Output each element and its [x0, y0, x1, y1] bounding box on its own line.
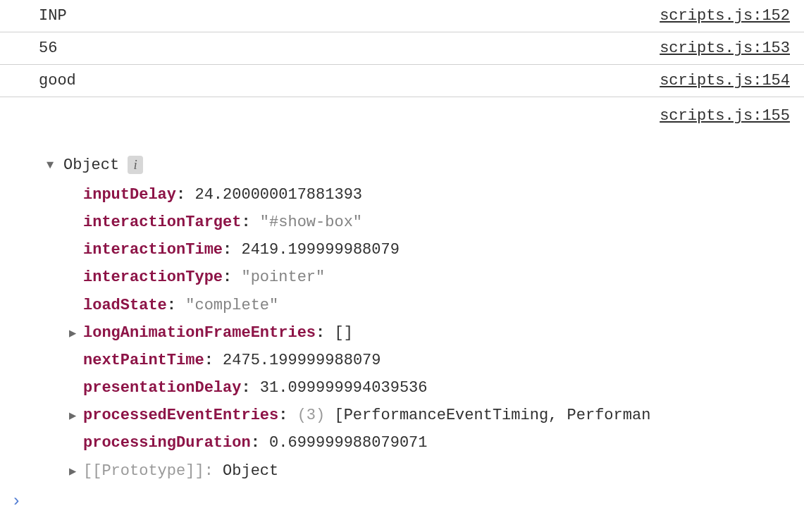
console-log-row[interactable]: 56 scripts.js:153: [0, 32, 804, 65]
console-prompt[interactable]: [0, 485, 804, 518]
object-property[interactable]: processingDuration: 0.699999988079071: [68, 429, 804, 457]
property-value: []: [334, 319, 352, 347]
source-link[interactable]: scripts.js:155: [660, 107, 790, 125]
property-value: 31.099999994039536: [260, 374, 428, 402]
source-link[interactable]: scripts.js:154: [660, 72, 790, 89]
property-value: "pointer": [241, 264, 325, 291]
property-key: presentationDelay: [83, 374, 241, 402]
property-value: [PerformanceEventTiming, Performan: [334, 402, 650, 429]
property-value: 24.200000017881393: [194, 181, 362, 209]
object-property[interactable]: presentationDelay: 31.099999994039536: [68, 374, 804, 402]
property-value: "#show-box": [260, 209, 362, 236]
info-icon[interactable]: i: [128, 156, 143, 174]
console-panel: INP scripts.js:152 56 scripts.js:153 goo…: [0, 0, 804, 518]
property-key: interactionTarget: [83, 209, 241, 236]
log-text: 56: [39, 39, 57, 57]
property-key: inputDelay: [83, 181, 176, 209]
object-prototype[interactable]: [[Prototype]]: Object: [68, 457, 804, 485]
property-value: "complete": [185, 292, 278, 319]
object-header[interactable]: Object i: [45, 156, 804, 174]
object-property[interactable]: interactionType: "pointer": [68, 264, 804, 291]
object-property[interactable]: longAnimationFrameEntries: []: [68, 319, 804, 347]
property-key: nextPaintTime: [83, 347, 204, 374]
object-property[interactable]: interactionTime: 2419.199999988079: [68, 236, 804, 264]
disclosure-down-icon[interactable]: [45, 159, 55, 172]
property-value: 2475.199999988079: [223, 347, 381, 374]
object-property[interactable]: nextPaintTime: 2475.199999988079: [68, 347, 804, 374]
console-log-expanded-row[interactable]: scripts.js:155: [0, 97, 804, 132]
property-value: 2419.199999988079: [241, 236, 399, 264]
property-value: 0.699999988079071: [269, 429, 427, 457]
object-label: Object: [63, 156, 119, 174]
object-property[interactable]: inputDelay: 24.200000017881393: [68, 181, 804, 209]
console-log-row[interactable]: good scripts.js:154: [0, 65, 804, 97]
prototype-label: [[Prototype]]: [83, 457, 204, 485]
property-key: processedEventEntries: [83, 402, 278, 429]
disclosure-right-icon[interactable]: [68, 406, 78, 427]
prototype-value: Object: [223, 457, 278, 485]
property-key: loadState: [83, 292, 167, 319]
array-count: (3): [297, 402, 326, 429]
source-link[interactable]: scripts.js:153: [660, 39, 790, 57]
property-key: processingDuration: [83, 429, 251, 457]
object-properties: inputDelay: 24.200000017881393 interacti…: [68, 181, 804, 485]
console-log-row[interactable]: INP scripts.js:152: [0, 0, 804, 32]
property-key: interactionTime: [83, 236, 223, 264]
object-property[interactable]: processedEventEntries: (3) [PerformanceE…: [68, 402, 804, 429]
object-view: Object i inputDelay: 24.200000017881393 …: [42, 156, 804, 485]
property-key: interactionType: [83, 264, 223, 291]
disclosure-right-icon[interactable]: [68, 462, 78, 483]
object-property[interactable]: interactionTarget: "#show-box": [68, 209, 804, 236]
disclosure-right-icon[interactable]: [68, 323, 78, 345]
object-property[interactable]: loadState: "complete": [68, 292, 804, 319]
property-key: longAnimationFrameEntries: [83, 319, 316, 347]
log-text: INP: [39, 7, 67, 25]
source-link[interactable]: scripts.js:152: [660, 7, 790, 25]
chevron-right-icon: [11, 493, 21, 511]
log-text: good: [39, 72, 76, 89]
